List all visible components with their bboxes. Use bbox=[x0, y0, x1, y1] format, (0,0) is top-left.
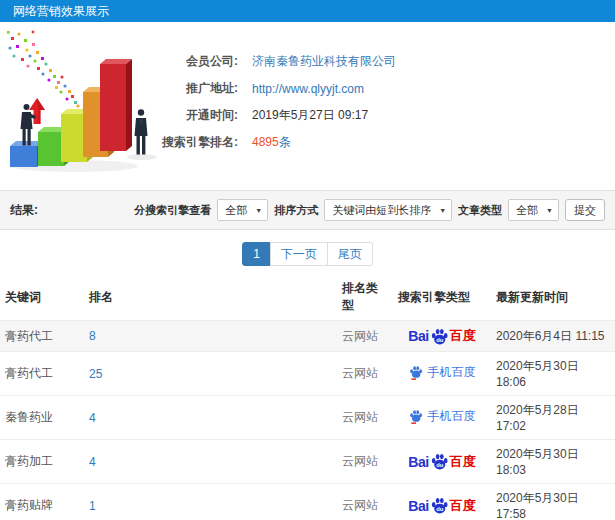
mobile-baidu-paw-icon bbox=[409, 410, 423, 424]
chevron-down-icon: ▼ bbox=[546, 207, 553, 214]
update-time-cell: 2020年5月30日 18:03 bbox=[491, 440, 615, 484]
engine-rank-unit: 条 bbox=[279, 135, 291, 149]
page-button-last[interactable]: 尾页 bbox=[327, 242, 373, 266]
rank-link[interactable]: 4 bbox=[89, 455, 96, 469]
engine-filter-select[interactable]: 全部 ▼ bbox=[217, 199, 268, 221]
engine-cell: Bai du 百度 bbox=[393, 321, 491, 352]
baidu-pc-logo: Bai du 百度 bbox=[408, 497, 475, 515]
header-update-time: 最新更新时间 bbox=[491, 274, 615, 321]
baidu-logo-cn-text: 百度 bbox=[450, 453, 476, 471]
rank-link[interactable]: 4 bbox=[89, 411, 96, 425]
pagination: 1 下一页 尾页 bbox=[0, 242, 615, 266]
article-type-select[interactable]: 全部 ▼ bbox=[508, 199, 559, 221]
baidu-mobile-logo: 手机百度 bbox=[409, 364, 476, 381]
chevron-down-icon: ▼ bbox=[255, 207, 262, 214]
member-info-section: 会员公司: 济南秦鲁药业科技有限公司 推广地址: http://www.qlyy… bbox=[0, 22, 615, 190]
baidu-logo-text: Bai bbox=[408, 328, 428, 344]
engine-rank-count: 4895 bbox=[252, 135, 279, 149]
rank-type-cell: 云网站 bbox=[337, 321, 393, 352]
header-engine-type: 搜索引擎类型 bbox=[393, 274, 491, 321]
article-type-label: 文章类型 bbox=[458, 203, 502, 218]
keyword-cell: 秦鲁药业 bbox=[0, 396, 84, 440]
rank-cell: 1 bbox=[84, 484, 337, 520]
sort-filter-select[interactable]: 关键词由短到长排序 ▼ bbox=[324, 199, 452, 221]
baidu-logo-cn-text: 百度 bbox=[450, 497, 476, 515]
engine-rank-row: 搜索引擎排名: 4895条 bbox=[156, 129, 396, 156]
baidu-du-text: du bbox=[436, 462, 444, 468]
baidu-pc-logo: Bai du 百度 bbox=[408, 327, 475, 345]
results-table-body: 膏药代工 8 云网站 Bai du 百度 bbox=[0, 321, 615, 520]
rank-link[interactable]: 25 bbox=[89, 367, 102, 381]
rank-cell: 4 bbox=[84, 396, 337, 440]
growth-chart-illustration bbox=[2, 26, 174, 176]
table-row: 膏药代工 25 云网站 Bai du 百度 bbox=[0, 352, 615, 396]
rank-type-cell: 云网站 bbox=[337, 396, 393, 440]
baidu-paw-icon: du bbox=[430, 497, 449, 514]
table-row: 膏药代工 8 云网站 Bai du 百度 bbox=[0, 321, 615, 352]
opened-time-row: 开通时间: 2019年5月27日 09:17 bbox=[156, 102, 396, 129]
article-type-value: 全部 bbox=[516, 203, 538, 218]
header-keyword: 关键词 bbox=[0, 274, 84, 321]
engine-cell: Bai du 百度 bbox=[393, 396, 491, 440]
company-link[interactable]: 济南秦鲁药业科技有限公司 bbox=[252, 53, 396, 70]
engine-rank-label: 搜索引擎排名: bbox=[156, 134, 238, 151]
mobile-baidu-label: 手机百度 bbox=[428, 408, 476, 425]
header-rank: 排名 bbox=[84, 274, 337, 321]
engine-cell: Bai du 百度 bbox=[393, 484, 491, 520]
rank-link[interactable]: 1 bbox=[89, 499, 96, 513]
table-row: 膏药贴牌 1 云网站 Bai du 百度 bbox=[0, 484, 615, 520]
rank-type-cell: 云网站 bbox=[337, 352, 393, 396]
baidu-mobile-logo: 手机百度 bbox=[409, 408, 476, 425]
submit-button[interactable]: 提交 bbox=[565, 199, 605, 221]
update-time-cell: 2020年5月30日 17:58 bbox=[491, 484, 615, 520]
rank-cell: 4 bbox=[84, 440, 337, 484]
mobile-baidu-paw-icon bbox=[409, 366, 423, 380]
sort-filter-label: 排序方式 bbox=[274, 203, 318, 218]
baidu-logo-cn-text: 百度 bbox=[450, 327, 476, 345]
promo-url-row: 推广地址: http://www.qlyyjt.com bbox=[156, 75, 396, 102]
mobile-baidu-label: 手机百度 bbox=[428, 364, 476, 381]
opened-time-value: 2019年5月27日 09:17 bbox=[252, 107, 368, 124]
company-row: 会员公司: 济南秦鲁药业科技有限公司 bbox=[156, 48, 396, 75]
baidu-du-text: du bbox=[436, 506, 444, 512]
result-label: 结果: bbox=[10, 202, 38, 219]
promo-url-label: 推广地址: bbox=[156, 80, 238, 97]
company-label: 会员公司: bbox=[156, 53, 238, 70]
page-title-bar: 网络营销效果展示 bbox=[0, 0, 615, 22]
table-row: 膏药加工 4 云网站 Bai du 百度 bbox=[0, 440, 615, 484]
engine-cell: Bai du 百度 bbox=[393, 440, 491, 484]
engine-filter-label: 分搜索引擎查看 bbox=[134, 203, 211, 218]
rank-cell: 25 bbox=[84, 352, 337, 396]
baidu-pc-logo: Bai du 百度 bbox=[408, 453, 475, 471]
table-row: 秦鲁药业 4 云网站 Bai du 百度 bbox=[0, 396, 615, 440]
keyword-cell: 膏药加工 bbox=[0, 440, 84, 484]
baidu-du-text: du bbox=[436, 336, 444, 342]
engine-rank-value: 4895条 bbox=[252, 134, 291, 151]
update-time-cell: 2020年5月28日 17:02 bbox=[491, 396, 615, 440]
rank-type-cell: 云网站 bbox=[337, 440, 393, 484]
businessman-right bbox=[135, 109, 148, 154]
rank-link[interactable]: 8 bbox=[89, 329, 96, 343]
header-rank-type: 排名类型 bbox=[337, 274, 393, 321]
keyword-cell: 膏药代工 bbox=[0, 321, 84, 352]
keyword-cell: 膏药贴牌 bbox=[0, 484, 84, 520]
page-button-next[interactable]: 下一页 bbox=[270, 242, 328, 266]
baidu-logo-text: Bai bbox=[408, 454, 428, 470]
baidu-paw-icon: du bbox=[430, 453, 449, 470]
chevron-down-icon: ▼ bbox=[439, 207, 446, 214]
page-title: 网络营销效果展示 bbox=[13, 4, 109, 18]
rank-cell: 8 bbox=[84, 321, 337, 352]
engine-filter-value: 全部 bbox=[225, 203, 247, 218]
promo-url-link[interactable]: http://www.qlyyjt.com bbox=[252, 82, 364, 96]
filter-bar: 结果: 分搜索引擎查看 全部 ▼ 排序方式 关键词由短到长排序 ▼ 文章类型 全… bbox=[0, 190, 615, 230]
filter-controls: 分搜索引擎查看 全部 ▼ 排序方式 关键词由短到长排序 ▼ 文章类型 全部 ▼ … bbox=[134, 199, 605, 221]
opened-time-label: 开通时间: bbox=[156, 107, 238, 124]
member-info-list: 会员公司: 济南秦鲁药业科技有限公司 推广地址: http://www.qlyy… bbox=[156, 48, 396, 156]
update-time-cell: 2020年6月4日 11:15 bbox=[491, 321, 615, 352]
rank-type-cell: 云网站 bbox=[337, 484, 393, 520]
baidu-logo-text: Bai bbox=[408, 498, 428, 514]
engine-cell: Bai du 百度 bbox=[393, 352, 491, 396]
table-header-row: 关键词 排名 排名类型 搜索引擎类型 最新更新时间 bbox=[0, 274, 615, 321]
page-button-current[interactable]: 1 bbox=[242, 242, 271, 266]
results-table: 关键词 排名 排名类型 搜索引擎类型 最新更新时间 膏药代工 8 云网站 Bai… bbox=[0, 274, 615, 520]
